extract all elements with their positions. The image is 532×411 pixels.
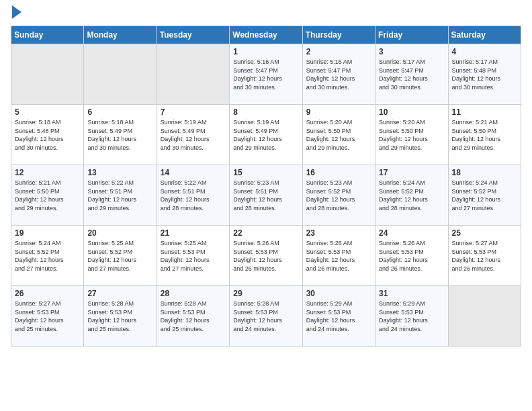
calendar-cell: 12Sunrise: 5:21 AM Sunset: 5:50 PM Dayli… — [11, 165, 84, 226]
header-wednesday: Wednesday — [230, 26, 302, 44]
day-info: Sunrise: 5:17 AM Sunset: 5:48 PM Dayligh… — [452, 58, 517, 91]
header-saturday: Saturday — [448, 26, 521, 44]
calendar-cell: 2Sunrise: 5:16 AM Sunset: 5:47 PM Daylig… — [302, 44, 375, 105]
day-info: Sunrise: 5:16 AM Sunset: 5:47 PM Dayligh… — [306, 58, 371, 91]
day-number: 7 — [161, 107, 226, 117]
calendar-cell: 16Sunrise: 5:23 AM Sunset: 5:52 PM Dayli… — [302, 165, 375, 226]
calendar-cell — [11, 44, 84, 105]
day-info: Sunrise: 5:25 AM Sunset: 5:53 PM Dayligh… — [161, 239, 226, 273]
day-info: Sunrise: 5:22 AM Sunset: 5:51 PM Dayligh… — [87, 179, 152, 212]
calendar-cell: 7Sunrise: 5:19 AM Sunset: 5:49 PM Daylig… — [157, 105, 229, 165]
day-number: 6 — [87, 107, 152, 117]
day-info: Sunrise: 5:28 AM Sunset: 5:53 PM Dayligh… — [87, 300, 152, 333]
day-number: 9 — [306, 107, 371, 117]
day-info: Sunrise: 5:21 AM Sunset: 5:50 PM Dayligh… — [15, 179, 80, 212]
day-info: Sunrise: 5:24 AM Sunset: 5:52 PM Dayligh… — [379, 179, 444, 212]
day-number: 8 — [233, 107, 298, 117]
day-info: Sunrise: 5:28 AM Sunset: 5:53 PM Dayligh… — [161, 300, 226, 333]
day-number: 17 — [379, 168, 444, 177]
calendar-cell: 6Sunrise: 5:18 AM Sunset: 5:49 PM Daylig… — [84, 105, 157, 165]
calendar-cell: 29Sunrise: 5:28 AM Sunset: 5:53 PM Dayli… — [230, 286, 302, 347]
day-info: Sunrise: 5:21 AM Sunset: 5:50 PM Dayligh… — [452, 118, 517, 152]
calendar-cell: 28Sunrise: 5:28 AM Sunset: 5:53 PM Dayli… — [157, 286, 229, 347]
day-number: 20 — [87, 228, 152, 238]
calendar-cell: 27Sunrise: 5:28 AM Sunset: 5:53 PM Dayli… — [84, 286, 157, 347]
header-tuesday: Tuesday — [157, 26, 229, 44]
calendar-cell: 30Sunrise: 5:29 AM Sunset: 5:53 PM Dayli… — [302, 286, 375, 347]
calendar-cell: 5Sunrise: 5:18 AM Sunset: 5:48 PM Daylig… — [11, 105, 84, 165]
calendar-cell: 25Sunrise: 5:27 AM Sunset: 5:53 PM Dayli… — [448, 226, 521, 286]
day-number: 29 — [233, 289, 298, 298]
day-number: 25 — [452, 228, 517, 238]
calendar-cell: 4Sunrise: 5:17 AM Sunset: 5:48 PM Daylig… — [448, 44, 521, 105]
header-thursday: Thursday — [302, 26, 375, 44]
calendar-cell: 8Sunrise: 5:19 AM Sunset: 5:49 PM Daylig… — [230, 105, 302, 165]
day-info: Sunrise: 5:26 AM Sunset: 5:53 PM Dayligh… — [306, 239, 371, 273]
day-number: 1 — [233, 47, 298, 56]
day-info: Sunrise: 5:25 AM Sunset: 5:52 PM Dayligh… — [87, 239, 152, 273]
calendar-cell: 22Sunrise: 5:26 AM Sunset: 5:53 PM Dayli… — [230, 226, 302, 286]
day-info: Sunrise: 5:17 AM Sunset: 5:47 PM Dayligh… — [379, 58, 444, 91]
day-info: Sunrise: 5:24 AM Sunset: 5:52 PM Dayligh… — [452, 179, 517, 212]
day-number: 13 — [87, 168, 152, 177]
logo-icon — [12, 5, 21, 19]
calendar-cell: 31Sunrise: 5:29 AM Sunset: 5:53 PM Dayli… — [375, 286, 448, 347]
calendar-cell: 24Sunrise: 5:26 AM Sunset: 5:53 PM Dayli… — [375, 226, 448, 286]
day-info: Sunrise: 5:24 AM Sunset: 5:52 PM Dayligh… — [15, 239, 80, 273]
day-info: Sunrise: 5:20 AM Sunset: 5:50 PM Dayligh… — [306, 118, 371, 152]
day-number: 12 — [15, 168, 80, 177]
day-number: 15 — [233, 168, 298, 177]
calendar-cell: 11Sunrise: 5:21 AM Sunset: 5:50 PM Dayli… — [448, 105, 521, 165]
day-number: 22 — [233, 228, 298, 238]
header-sunday: Sunday — [11, 26, 84, 44]
day-info: Sunrise: 5:29 AM Sunset: 5:53 PM Dayligh… — [379, 300, 444, 333]
calendar-cell: 19Sunrise: 5:24 AM Sunset: 5:52 PM Dayli… — [11, 226, 84, 286]
day-info: Sunrise: 5:27 AM Sunset: 5:53 PM Dayligh… — [452, 239, 517, 273]
calendar-week-row-1: 1Sunrise: 5:16 AM Sunset: 5:47 PM Daylig… — [11, 44, 521, 105]
calendar-cell: 10Sunrise: 5:20 AM Sunset: 5:50 PM Dayli… — [375, 105, 448, 165]
day-number: 11 — [452, 107, 517, 117]
calendar-cell: 14Sunrise: 5:22 AM Sunset: 5:51 PM Dayli… — [157, 165, 229, 226]
day-number: 28 — [161, 289, 226, 298]
calendar-week-row-5: 26Sunrise: 5:27 AM Sunset: 5:53 PM Dayli… — [11, 286, 521, 347]
day-info: Sunrise: 5:23 AM Sunset: 5:52 PM Dayligh… — [306, 179, 371, 212]
day-number: 21 — [161, 228, 226, 238]
day-number: 4 — [452, 47, 517, 56]
day-number: 18 — [452, 168, 517, 177]
calendar-cell: 9Sunrise: 5:20 AM Sunset: 5:50 PM Daylig… — [302, 105, 375, 165]
logo — [11, 11, 21, 19]
calendar-cell: 1Sunrise: 5:16 AM Sunset: 5:47 PM Daylig… — [230, 44, 302, 105]
day-number: 10 — [379, 107, 444, 117]
day-number: 23 — [306, 228, 371, 238]
calendar-cell: 20Sunrise: 5:25 AM Sunset: 5:52 PM Dayli… — [84, 226, 157, 286]
day-info: Sunrise: 5:22 AM Sunset: 5:51 PM Dayligh… — [161, 179, 226, 212]
day-info: Sunrise: 5:20 AM Sunset: 5:50 PM Dayligh… — [379, 118, 444, 152]
svg-marker-0 — [12, 5, 21, 19]
day-info: Sunrise: 5:18 AM Sunset: 5:49 PM Dayligh… — [87, 118, 152, 152]
calendar-week-row-2: 5Sunrise: 5:18 AM Sunset: 5:48 PM Daylig… — [11, 105, 521, 165]
calendar-cell — [157, 44, 229, 105]
calendar-cell: 13Sunrise: 5:22 AM Sunset: 5:51 PM Dayli… — [84, 165, 157, 226]
calendar-cell: 21Sunrise: 5:25 AM Sunset: 5:53 PM Dayli… — [157, 226, 229, 286]
day-number: 31 — [379, 289, 444, 298]
calendar-table: Sunday Monday Tuesday Wednesday Thursday… — [11, 26, 521, 347]
calendar-week-row-4: 19Sunrise: 5:24 AM Sunset: 5:52 PM Dayli… — [11, 226, 521, 286]
day-number: 14 — [161, 168, 226, 177]
day-number: 30 — [306, 289, 371, 298]
day-number: 5 — [15, 107, 80, 117]
calendar-cell: 18Sunrise: 5:24 AM Sunset: 5:52 PM Dayli… — [448, 165, 521, 226]
day-info: Sunrise: 5:28 AM Sunset: 5:53 PM Dayligh… — [233, 300, 298, 333]
day-info: Sunrise: 5:26 AM Sunset: 5:53 PM Dayligh… — [233, 239, 298, 273]
day-number: 2 — [306, 47, 371, 56]
day-number: 3 — [379, 47, 444, 56]
page-header — [11, 11, 521, 19]
day-info: Sunrise: 5:26 AM Sunset: 5:53 PM Dayligh… — [379, 239, 444, 273]
day-number: 27 — [87, 289, 152, 298]
day-info: Sunrise: 5:19 AM Sunset: 5:49 PM Dayligh… — [161, 118, 226, 152]
day-number: 16 — [306, 168, 371, 177]
day-number: 24 — [379, 228, 444, 238]
calendar-header-row: Sunday Monday Tuesday Wednesday Thursday… — [11, 26, 521, 44]
header-monday: Monday — [84, 26, 157, 44]
calendar-cell: 3Sunrise: 5:17 AM Sunset: 5:47 PM Daylig… — [375, 44, 448, 105]
calendar-cell — [84, 44, 157, 105]
